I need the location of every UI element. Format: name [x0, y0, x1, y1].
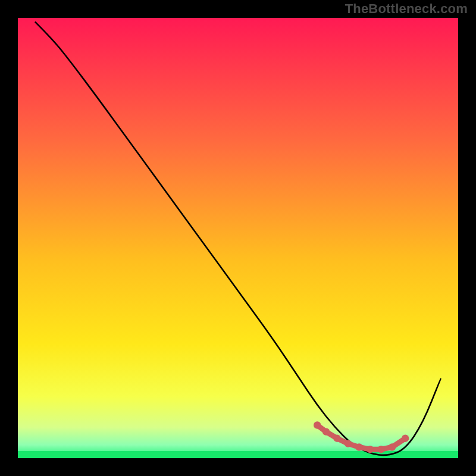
bottleneck-chart — [0, 0, 476, 476]
optimal-range-dot — [377, 446, 384, 453]
optimal-range-dot — [333, 435, 340, 442]
optimal-range-dot — [402, 435, 409, 442]
optimal-range-dot — [355, 443, 362, 450]
chart-frame: TheBottleneck.com — [0, 0, 476, 476]
optimal-range-dot — [389, 443, 396, 450]
optimal-range-dot — [345, 440, 352, 447]
watermark-text: TheBottleneck.com — [345, 1, 468, 17]
optimal-range-dot — [322, 428, 330, 435]
optimal-range-dot — [314, 421, 321, 428]
plot-background — [18, 18, 458, 458]
optimal-range-dot — [367, 446, 374, 453]
